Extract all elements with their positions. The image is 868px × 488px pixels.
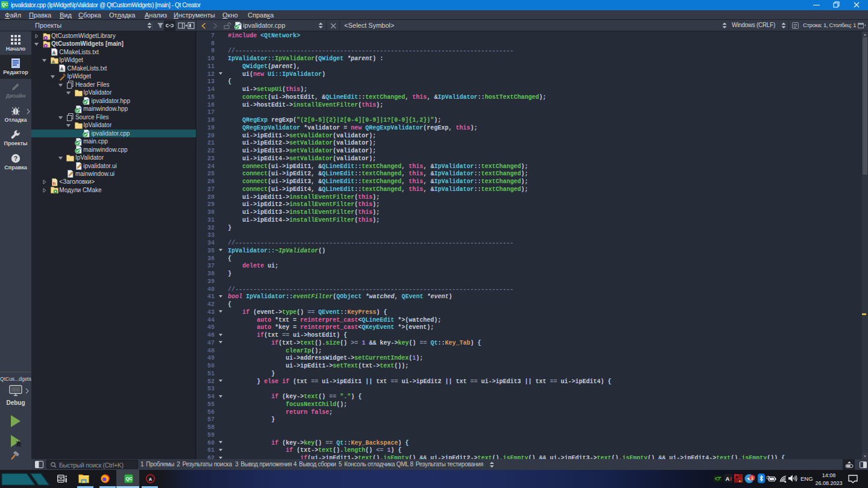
svg-text:A: A — [149, 477, 153, 482]
svg-text:!: ! — [730, 475, 732, 482]
svg-text:1: 1 — [751, 475, 753, 481]
svg-text:h: h — [52, 180, 55, 186]
svg-text:?: ? — [14, 154, 17, 161]
svg-text:A: A — [726, 475, 730, 482]
